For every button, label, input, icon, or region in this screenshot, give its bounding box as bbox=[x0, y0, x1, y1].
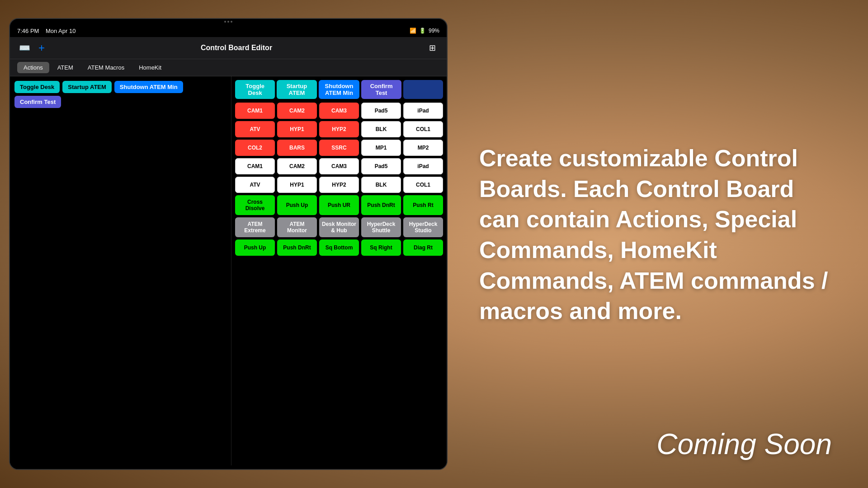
tab-bar: Actions ATEM ATEM Macros HomeKit bbox=[10, 59, 447, 76]
board-cell-bars-r3[interactable]: BARS bbox=[277, 140, 317, 156]
board-cell-cam2-r1[interactable]: CAM2 bbox=[277, 103, 317, 119]
board-cell-atem-extreme[interactable]: ATEM Extreme bbox=[235, 217, 275, 237]
right-panel: Toggle Desk Startup ATEM Shutdown ATEM M… bbox=[231, 76, 447, 465]
tab-atem-macros[interactable]: ATEM Macros bbox=[81, 62, 131, 73]
keyboard-icon: ⌨️ bbox=[17, 41, 32, 55]
left-panel: Toggle Desk Startup ATEM Shutdown ATEM M… bbox=[10, 76, 231, 465]
app-content: ⌨️ + Control Board Editor ⊞ Actions ATEM… bbox=[10, 37, 447, 470]
dot-3 bbox=[231, 21, 232, 23]
board-cell-atem-monitor[interactable]: ATEM Monitor bbox=[277, 217, 317, 237]
board-cell-atv-r5[interactable]: ATV bbox=[235, 177, 275, 193]
promo-panel: Create customizable Control Boards. Each… bbox=[443, 0, 868, 488]
board-tabs: Toggle Desk Startup ATEM Shutdown ATEM M… bbox=[235, 80, 443, 99]
battery-icon: 🔋 bbox=[419, 28, 426, 34]
battery-percent: 99% bbox=[429, 28, 439, 34]
board-cell-hyperdeck-studio[interactable]: HyperDeck Studio bbox=[403, 217, 443, 237]
wifi-icon: 📶 bbox=[410, 28, 416, 34]
tab-atem[interactable]: ATEM bbox=[51, 62, 80, 73]
board-cell-diag-rt[interactable]: Diag Rt bbox=[403, 239, 443, 256]
board-cell-ipad-r1[interactable]: iPad bbox=[403, 103, 443, 119]
status-bar: 7:46 PM Mon Apr 10 📶 🔋 99% bbox=[10, 24, 447, 37]
board-cell-col2-r3[interactable]: COL2 bbox=[235, 140, 275, 156]
board-cell-cam1-r1[interactable]: CAM1 bbox=[235, 103, 275, 119]
board-cell-cam3-r1[interactable]: CAM3 bbox=[319, 103, 359, 119]
tab-homekit[interactable]: HomeKit bbox=[132, 62, 168, 73]
action-toggle-desk[interactable]: Toggle Desk bbox=[14, 81, 60, 93]
board-cell-cam1-r4[interactable]: CAM1 bbox=[235, 158, 275, 174]
board-cell-ssrc-r3[interactable]: SSRC bbox=[319, 140, 359, 156]
board-cell-cross-disolve[interactable]: Cross Disolve bbox=[235, 195, 275, 215]
board-cell-push-up-r6[interactable]: Push Up bbox=[277, 195, 317, 215]
board-cell-hyp2-r2[interactable]: HYP2 bbox=[319, 121, 359, 137]
board-cell-blk-r5[interactable]: BLK bbox=[361, 177, 401, 193]
ipad-frame: 7:46 PM Mon Apr 10 📶 🔋 99% ⌨️ + Control … bbox=[9, 18, 448, 470]
board-cell-cam3-r4[interactable]: CAM3 bbox=[319, 158, 359, 174]
dot-2 bbox=[227, 21, 229, 23]
promo-coming-soon: Coming Soon bbox=[656, 427, 832, 461]
board-tab-empty[interactable] bbox=[403, 80, 443, 99]
board-cell-hyperdeck-shuttle[interactable]: HyperDeck Shuttle bbox=[361, 217, 401, 237]
board-cell-push-dnrt-r8[interactable]: Push DnRt bbox=[277, 239, 317, 256]
dot-1 bbox=[224, 21, 226, 23]
board-cell-hyp1-r5[interactable]: HYP1 bbox=[277, 177, 317, 193]
action-startup-atem[interactable]: Startup ATEM bbox=[62, 81, 112, 93]
board-tab-toggle-desk[interactable]: Toggle Desk bbox=[235, 80, 275, 99]
board-grid: CAM1 CAM2 CAM3 Pad5 iPad ATV HYP1 HYP2 B… bbox=[235, 103, 443, 256]
action-confirm-test[interactable]: Confirm Test bbox=[14, 96, 61, 108]
board-cell-sq-right[interactable]: Sq Right bbox=[361, 239, 401, 256]
main-layout: Toggle Desk Startup ATEM Shutdown ATEM M… bbox=[10, 76, 447, 465]
board-cell-desk-monitor[interactable]: Desk Monitor & Hub bbox=[319, 217, 359, 237]
action-row-1: Toggle Desk Startup ATEM Shutdown ATEM M… bbox=[14, 81, 226, 108]
grid-icon[interactable]: ⊞ bbox=[425, 41, 439, 55]
board-cell-cam2-r4[interactable]: CAM2 bbox=[277, 158, 317, 174]
board-tab-confirm[interactable]: Confirm Test bbox=[361, 80, 401, 99]
board-cell-mp1-r3[interactable]: MP1 bbox=[361, 140, 401, 156]
home-bar bbox=[201, 469, 255, 470]
board-cell-col1-r2[interactable]: COL1 bbox=[403, 121, 443, 137]
board-cell-hyp2-r5[interactable]: HYP2 bbox=[319, 177, 359, 193]
board-cell-push-up-r8[interactable]: Push Up bbox=[235, 239, 275, 256]
board-cell-push-dnrt-r6[interactable]: Push DnRt bbox=[361, 195, 401, 215]
tab-actions[interactable]: Actions bbox=[17, 62, 49, 73]
board-cell-hyp1-r2[interactable]: HYP1 bbox=[277, 121, 317, 137]
board-cell-atv-r2[interactable]: ATV bbox=[235, 121, 275, 137]
board-cell-col1-r5[interactable]: COL1 bbox=[403, 177, 443, 193]
home-indicator bbox=[10, 465, 447, 470]
top-bar-left: ⌨️ + bbox=[17, 41, 48, 55]
status-time: 7:46 PM Mon Apr 10 bbox=[17, 28, 75, 34]
board-cell-sq-bottom[interactable]: Sq Bottom bbox=[319, 239, 359, 256]
add-button[interactable]: + bbox=[35, 42, 48, 54]
board-cell-pad5-r1[interactable]: Pad5 bbox=[361, 103, 401, 119]
ipad-top-dots bbox=[10, 19, 447, 24]
action-shutdown-atem[interactable]: Shutdown ATEM Min bbox=[114, 81, 183, 93]
board-tab-startup-atem[interactable]: Startup ATEM bbox=[277, 80, 316, 99]
board-cell-blk-r2[interactable]: BLK bbox=[361, 121, 401, 137]
top-bar: ⌨️ + Control Board Editor ⊞ bbox=[10, 37, 447, 59]
board-cell-ipad-r4[interactable]: iPad bbox=[403, 158, 443, 174]
board-cell-push-rt-r6[interactable]: Push Rt bbox=[403, 195, 443, 215]
board-cell-pad5-r4[interactable]: Pad5 bbox=[361, 158, 401, 174]
promo-title: Create customizable Control Boards. Each… bbox=[479, 143, 832, 327]
board-cell-mp2-r3[interactable]: MP2 bbox=[403, 140, 443, 156]
board-tab-shutdown[interactable]: Shutdown ATEM Min bbox=[319, 80, 360, 99]
board-cell-push-ur[interactable]: Push UR bbox=[319, 195, 359, 215]
app-title: Control Board Editor bbox=[48, 44, 425, 52]
status-icons: 📶 🔋 99% bbox=[410, 28, 439, 34]
